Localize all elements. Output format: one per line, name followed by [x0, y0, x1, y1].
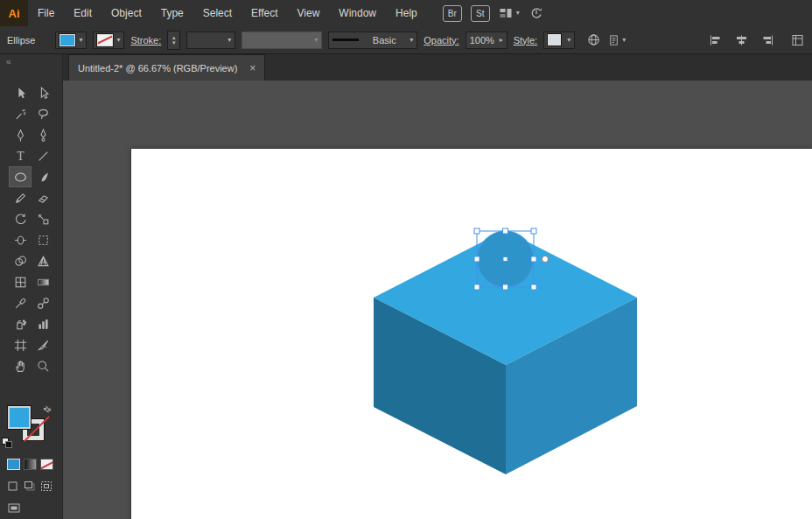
direct-selection-tool[interactable]: [32, 82, 54, 103]
curvature-tool[interactable]: [32, 124, 54, 145]
gradient-tool[interactable]: [32, 271, 54, 292]
app-logo: Ai: [0, 0, 28, 26]
workspace-icon: [499, 6, 514, 20]
fill-proxy[interactable]: [8, 406, 31, 429]
align-right-button[interactable]: [760, 33, 775, 47]
zoom-tool[interactable]: [32, 355, 54, 376]
document-info-button[interactable]: [586, 32, 601, 47]
opacity-field[interactable]: 100% ▸: [466, 32, 508, 49]
shape-builder-tool[interactable]: [9, 250, 32, 271]
artboard-tool[interactable]: [9, 334, 32, 355]
transform-panel-button[interactable]: [790, 33, 805, 47]
screen-mode-button[interactable]: [7, 502, 21, 515]
svg-text:T: T: [17, 150, 24, 163]
pen-tool[interactable]: [9, 124, 32, 145]
stroke-color-dropdown[interactable]: ▾: [93, 32, 124, 49]
gradient-button[interactable]: [24, 459, 37, 470]
column-graph-tool[interactable]: [32, 313, 54, 334]
scale-tool[interactable]: [32, 208, 54, 229]
document-tab[interactable]: Untitled-2* @ 66.67% (RGB/Preview) ×: [68, 54, 265, 81]
menu-object[interactable]: Object: [102, 0, 151, 26]
menu-window[interactable]: Window: [329, 0, 386, 26]
menu-select[interactable]: Select: [193, 0, 242, 26]
sync-icon: [528, 6, 544, 21]
line-segment-tool[interactable]: [32, 145, 54, 166]
stroke-weight-dropdown[interactable]: ▾: [186, 32, 235, 49]
stroke-weight-stepper[interactable]: ▲ ▼: [167, 31, 180, 50]
align-center-button[interactable]: [734, 33, 749, 47]
screen-mode-row: [7, 502, 21, 515]
paintbrush-tool[interactable]: [32, 166, 54, 187]
magic-wand-tool[interactable]: [9, 103, 32, 124]
blend-tool[interactable]: [32, 292, 54, 313]
draw-inside-mode-button[interactable]: [40, 480, 52, 492]
eyedropper-tool[interactable]: [9, 292, 32, 313]
drawing-modes-row: [7, 480, 52, 492]
selection-handle[interactable]: [474, 284, 480, 290]
width-tool[interactable]: [9, 229, 32, 250]
chevron-down-icon: ▾: [79, 37, 82, 44]
selection-tool[interactable]: [9, 82, 32, 103]
menu-file[interactable]: File: [28, 0, 64, 26]
chevron-down-icon: ▾: [228, 37, 231, 44]
mesh-tool[interactable]: [9, 271, 32, 292]
menu-effect[interactable]: Effect: [242, 0, 287, 26]
menu-edit[interactable]: Edit: [64, 0, 102, 26]
eraser-tool[interactable]: [32, 187, 54, 208]
stepper-down-icon[interactable]: ▼: [172, 40, 177, 46]
brush-definition-value: Basic: [373, 35, 396, 46]
stroke-none-swatch: [97, 34, 113, 46]
lasso-tool[interactable]: [32, 103, 54, 124]
close-tab-icon[interactable]: ×: [249, 62, 256, 74]
rotate-tool[interactable]: [9, 208, 32, 229]
selection-handle[interactable]: [503, 228, 508, 234]
sync-status-button[interactable]: [528, 6, 544, 21]
perspective-grid-tool[interactable]: [32, 250, 54, 271]
opacity-panel-link[interactable]: Opacity:: [424, 35, 458, 46]
canvas-area[interactable]: [63, 81, 812, 519]
symbol-sprayer-tool[interactable]: [9, 313, 32, 334]
menu-help[interactable]: Help: [386, 0, 427, 26]
stock-button[interactable]: St: [471, 5, 490, 22]
menu-type[interactable]: Type: [151, 0, 193, 26]
chevron-down-icon: ▾: [622, 37, 626, 44]
color-button[interactable]: [7, 459, 20, 470]
align-left-button[interactable]: [708, 33, 723, 47]
graphic-style-dropdown[interactable]: ▾: [543, 32, 575, 49]
menu-view[interactable]: View: [288, 0, 330, 26]
none-button[interactable]: [40, 459, 53, 470]
selection-handle[interactable]: [503, 284, 508, 290]
workspace-switcher[interactable]: ▾: [499, 6, 520, 20]
style-swatch: [548, 34, 561, 46]
tools-grid: T: [9, 82, 54, 376]
draw-normal-mode-button[interactable]: [7, 480, 19, 492]
swap-fill-stroke-icon[interactable]: ⇄: [41, 403, 53, 416]
fill-color-dropdown[interactable]: ▾: [55, 32, 87, 49]
style-panel-link[interactable]: Style:: [514, 35, 538, 46]
draw-behind-mode-button[interactable]: [24, 480, 36, 492]
document-tab-title: Untitled-2* @ 66.67% (RGB/Preview): [78, 63, 237, 74]
document-setup-button[interactable]: ▾: [607, 33, 626, 47]
hand-tool[interactable]: [9, 355, 32, 376]
free-transform-tool[interactable]: [32, 229, 54, 250]
selection-handle[interactable]: [531, 284, 536, 290]
slice-tool[interactable]: [32, 334, 54, 355]
ellipse-tool[interactable]: [9, 166, 32, 187]
stroke-panel-link[interactable]: Stroke:: [130, 35, 161, 46]
pencil-tool[interactable]: [9, 187, 32, 208]
selection-handle[interactable]: [531, 228, 536, 234]
selection-handle[interactable]: [531, 256, 536, 262]
chevron-down-icon: ▾: [516, 10, 520, 17]
paint-style-row: [7, 459, 53, 470]
selection-handle[interactable]: [474, 256, 480, 262]
default-fill-stroke-icon[interactable]: [2, 438, 12, 448]
artwork-layer: [63, 81, 812, 519]
document-tab-bar: Untitled-2* @ 66.67% (RGB/Preview) ×: [63, 54, 812, 81]
brush-definition-dropdown[interactable]: Basic ▾: [328, 32, 417, 49]
document-setup-icon: [607, 33, 620, 47]
live-shape-widget[interactable]: [542, 256, 549, 263]
collapse-panel-button[interactable]: «: [6, 57, 11, 67]
selection-handle[interactable]: [474, 228, 480, 234]
type-tool[interactable]: T: [9, 145, 32, 166]
bridge-button[interactable]: Br: [443, 5, 462, 22]
